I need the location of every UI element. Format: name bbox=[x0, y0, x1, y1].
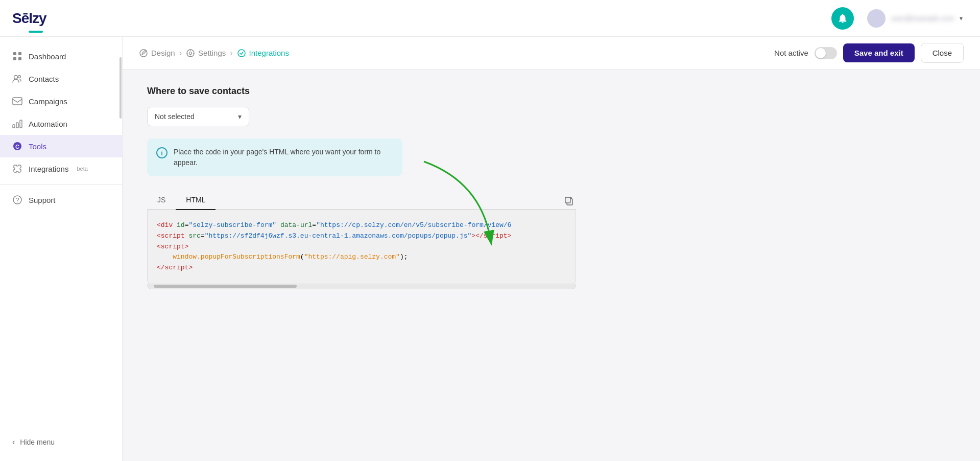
edit-icon bbox=[139, 49, 148, 58]
breadcrumb-bar: Design › Settings › bbox=[123, 37, 980, 70]
svg-rect-8 bbox=[16, 123, 18, 128]
breadcrumb-settings[interactable]: Settings bbox=[186, 49, 226, 58]
toggle-knob bbox=[816, 48, 826, 58]
code-scrollbar[interactable] bbox=[147, 284, 576, 289]
code-line-1: <div id="selzy-subscribe-form" data-url=… bbox=[157, 220, 566, 231]
content-area: Where to save contacts Not selected ▾ i … bbox=[123, 70, 980, 461]
not-active-label: Not active bbox=[774, 49, 808, 57]
svg-point-4 bbox=[14, 76, 18, 79]
user-menu[interactable]: user@example.com ▾ bbox=[862, 6, 968, 31]
chevron-down-icon: ▾ bbox=[960, 15, 963, 22]
support-label: Support bbox=[29, 196, 56, 204]
close-button[interactable]: Close bbox=[921, 43, 964, 63]
user-name: user@example.com bbox=[891, 14, 954, 22]
code-line-2: <script src="https://sf2df4j6wzf.s3.eu-c… bbox=[157, 231, 566, 242]
support-icon: ? bbox=[12, 195, 22, 205]
sidebar: Dashboard Contacts Campaigns bbox=[0, 37, 123, 461]
puzzle-icon bbox=[12, 164, 22, 174]
tools-label: Tools bbox=[29, 142, 46, 151]
layout: Dashboard Contacts Campaigns bbox=[0, 37, 980, 461]
sidebar-item-contacts[interactable]: Contacts bbox=[0, 67, 122, 90]
breadcrumb: Design › Settings › bbox=[139, 49, 289, 58]
svg-rect-3 bbox=[18, 57, 21, 60]
logo: Sēlzy bbox=[12, 10, 46, 27]
sidebar-item-dashboard[interactable]: Dashboard bbox=[0, 45, 122, 67]
breadcrumb-integrations[interactable]: Integrations bbox=[237, 49, 289, 58]
breadcrumb-sep-1: › bbox=[179, 49, 182, 58]
bell-icon bbox=[837, 13, 848, 24]
svg-text:C: C bbox=[15, 144, 19, 150]
info-icon: i bbox=[156, 147, 168, 158]
code-line-5: </script> bbox=[157, 263, 566, 273]
code-section: JS HTML <div id="selzy-s bbox=[147, 191, 576, 289]
mail-icon bbox=[12, 96, 22, 106]
tab-js[interactable]: JS bbox=[147, 191, 176, 210]
settings-label: Settings bbox=[198, 49, 226, 57]
save-and-exit-button[interactable]: Save and exit bbox=[843, 43, 915, 62]
dashboard-label: Dashboard bbox=[29, 52, 66, 61]
sidebar-bottom: ‹ Hide menu bbox=[0, 431, 122, 453]
grid-icon bbox=[12, 51, 22, 61]
svg-rect-0 bbox=[13, 52, 16, 55]
sidebar-item-integrations[interactable]: Integrations beta bbox=[0, 157, 122, 180]
breadcrumb-design[interactable]: Design bbox=[139, 49, 175, 58]
sidebar-item-campaigns[interactable]: Campaigns bbox=[0, 90, 122, 112]
tools-icon: C bbox=[12, 141, 22, 151]
breadcrumb-actions: Not active Save and exit Close bbox=[774, 43, 964, 63]
code-line-3: <script> bbox=[157, 242, 566, 252]
avatar bbox=[867, 9, 886, 28]
svg-point-16 bbox=[189, 52, 192, 54]
integrations-label: Integrations bbox=[29, 165, 68, 173]
logo-text: Sēlzy bbox=[12, 10, 46, 27]
check-circle-icon bbox=[237, 49, 246, 58]
design-label: Design bbox=[151, 49, 175, 57]
svg-point-17 bbox=[238, 50, 245, 57]
integrations-breadcrumb-label: Integrations bbox=[249, 49, 289, 57]
info-text: Place the code in your page's HTML where… bbox=[174, 147, 393, 168]
code-scroll-thumb bbox=[154, 285, 297, 288]
svg-rect-2 bbox=[13, 57, 16, 60]
main-content: Design › Settings › bbox=[123, 37, 980, 461]
code-tabs: JS HTML bbox=[147, 191, 576, 210]
integrations-badge: beta bbox=[77, 166, 87, 172]
copy-icon[interactable] bbox=[562, 194, 576, 208]
settings-icon bbox=[186, 49, 195, 58]
hide-menu-arrow-icon: ‹ bbox=[12, 437, 15, 447]
topbar-right: user@example.com ▾ bbox=[831, 6, 968, 31]
contacts-dropdown[interactable]: Not selected ▾ bbox=[147, 107, 249, 126]
svg-rect-1 bbox=[18, 52, 21, 55]
section-title: Where to save contacts bbox=[147, 86, 955, 97]
hide-menu-button[interactable]: ‹ Hide menu bbox=[0, 431, 122, 453]
automation-label: Automation bbox=[29, 120, 67, 128]
sidebar-item-automation[interactable]: Automation bbox=[0, 112, 122, 135]
breadcrumb-sep-2: › bbox=[230, 49, 232, 58]
svg-text:?: ? bbox=[15, 196, 19, 204]
automation-icon bbox=[12, 119, 22, 129]
code-block: <div id="selzy-subscribe-form" data-url=… bbox=[147, 210, 576, 284]
svg-rect-7 bbox=[13, 125, 15, 128]
sidebar-item-tools[interactable]: C Tools bbox=[0, 135, 122, 157]
contacts-label: Contacts bbox=[29, 75, 59, 83]
active-toggle[interactable] bbox=[815, 47, 837, 59]
sidebar-divider bbox=[0, 184, 122, 185]
svg-point-5 bbox=[18, 76, 21, 78]
notification-button[interactable] bbox=[831, 7, 854, 30]
hide-menu-label: Hide menu bbox=[20, 438, 55, 446]
info-box: i Place the code in your page's HTML whe… bbox=[147, 139, 402, 176]
svg-rect-19 bbox=[565, 197, 570, 203]
tab-html[interactable]: HTML bbox=[176, 191, 216, 210]
sidebar-item-support[interactable]: ? Support bbox=[0, 189, 122, 211]
topbar: Sēlzy user@example.com ▾ bbox=[0, 0, 980, 37]
logo-accent-bar bbox=[29, 31, 43, 33]
chevron-down-icon: ▾ bbox=[238, 112, 242, 121]
code-line-4: window.popupForSubscriptionsForm("https:… bbox=[157, 252, 566, 263]
svg-rect-9 bbox=[20, 120, 22, 128]
dropdown-value: Not selected bbox=[155, 112, 195, 121]
campaigns-label: Campaigns bbox=[29, 97, 67, 106]
users-icon bbox=[12, 74, 22, 84]
svg-rect-6 bbox=[13, 98, 22, 105]
